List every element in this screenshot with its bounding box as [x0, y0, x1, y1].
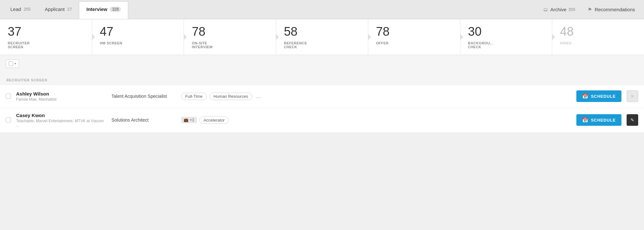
lead-tab-label: Lead — [10, 6, 21, 12]
nav-spacer — [128, 0, 537, 19]
on-site-label: ON-SITEINTERVIEW — [192, 41, 269, 49]
stage-on-site-interview[interactable]: 78 ON-SITEINTERVIEW — [184, 19, 276, 55]
row-checkbox-casey[interactable] — [6, 117, 11, 123]
tag-human-resources[interactable]: Human Resources — [209, 93, 253, 100]
candidate-name-ashley: Ashley Wilson — [16, 91, 106, 97]
schedule-button-ashley[interactable]: 📅 SCHEDULE — [576, 90, 621, 102]
tab-interview[interactable]: Interview 328 — [79, 1, 128, 19]
recruiter-screen-count: 37 — [8, 25, 85, 39]
stage-hm-screen[interactable]: 47 HM SCREEN — [92, 19, 184, 55]
interview-tab-label: Interview — [86, 6, 107, 12]
stages-bar: 37 RECRUITERSCREEN 47 HM SCREEN 78 ON-SI… — [0, 19, 644, 55]
on-site-count: 78 — [192, 25, 269, 39]
interview-tab-count: 328 — [110, 7, 121, 12]
stage-offer[interactable]: 78 OFFER — [368, 19, 460, 55]
stage-hired[interactable]: 48 HIRED — [552, 19, 644, 55]
candidate-info-casey: Casey Kwon Teachable, Marvel Entertainme… — [16, 113, 106, 128]
reference-check-label: REFERENCECHECK — [284, 41, 361, 49]
more-options-ashley[interactable]: ... — [255, 92, 262, 100]
toolbar: ▾ — [0, 55, 644, 72]
calendar-icon-casey: 📅 — [582, 117, 589, 123]
select-all-checkbox[interactable] — [9, 61, 13, 66]
candidate-companies-ashley: Fannie Mae, Manhattist — [16, 97, 106, 102]
candidate-info-ashley: Ashley Wilson Fannie Mae, Manhattist — [16, 91, 106, 102]
recruiter-screen-label: RECRUITERSCREEN — [8, 41, 85, 49]
schedule-button-casey[interactable]: 📅 SCHEDULE — [576, 114, 621, 126]
edit-button-casey[interactable]: ✎ — [627, 114, 638, 126]
schedule-label: SCHEDULE — [591, 94, 616, 99]
tag-full-time[interactable]: Full-Time — [181, 93, 207, 100]
applicant-tab-label: Applicant — [45, 6, 65, 12]
candidate-tags-casey: 💼 +1 Accelerator — [181, 116, 571, 124]
dismiss-icon: ✕ — [630, 94, 634, 99]
candidates-list: Ashley Wilson Fannie Mae, Manhattist Tal… — [0, 85, 644, 132]
tag-accelerator[interactable]: Accelerator — [199, 116, 229, 124]
archive-tab-label: Archive — [550, 7, 566, 12]
tab-applicant[interactable]: Applicant 27 — [38, 0, 79, 19]
offer-label: OFFER — [376, 41, 454, 45]
candidate-name-casey: Casey Kwon — [16, 113, 106, 118]
background-check-label: BACKGROU...CHECK — [468, 41, 546, 49]
recommendations-icon: ⚑ — [587, 7, 593, 13]
tab-recommendations[interactable]: ⚑ Recommendations — [581, 0, 641, 19]
top-navigation: Lead 255 Applicant 27 Interview 328 🗂 Ar… — [0, 0, 644, 19]
stage-background-check[interactable]: 30 BACKGROU...CHECK — [460, 19, 553, 55]
hired-label: HIRED — [560, 41, 638, 45]
tag-more-count: +1 — [190, 118, 194, 122]
table-row: Casey Kwon Teachable, Marvel Entertainme… — [0, 108, 644, 132]
table-row: Ashley Wilson Fannie Mae, Manhattist Tal… — [0, 85, 644, 108]
stage-recruiter-screen[interactable]: 37 RECRUITERSCREEN — [0, 19, 92, 55]
select-all-dropdown[interactable]: ▾ — [6, 60, 19, 68]
edit-icon: ✎ — [630, 117, 634, 123]
stage-reference-check[interactable]: 58 REFERENCECHECK — [276, 19, 368, 55]
calendar-icon: 📅 — [582, 93, 589, 99]
lead-tab-count: 255 — [24, 7, 31, 12]
recommendations-tab-label: Recommendations — [595, 7, 635, 12]
candidate-companies-casey: Teachable, Marvel Entertainment, MTVK at… — [16, 119, 106, 128]
archive-tab-count: 355 — [568, 7, 575, 12]
hired-count: 48 — [560, 25, 638, 39]
candidate-role-ashley: Talent Acquisition Specialist — [111, 94, 176, 99]
hm-screen-label: HM SCREEN — [100, 41, 178, 45]
candidate-tags-ashley: Full-Time Human Resources ... — [181, 92, 571, 100]
row-checkbox-ashley[interactable] — [6, 94, 11, 99]
section-label: RECRUITER SCREEN — [0, 72, 644, 85]
tab-archive[interactable]: 🗂 Archive 355 — [537, 0, 581, 19]
dismiss-button-ashley[interactable]: ✕ — [627, 90, 638, 102]
schedule-label-casey: SCHEDULE — [591, 118, 616, 123]
applicant-tab-count: 27 — [67, 7, 72, 12]
section-label-text: RECRUITER SCREEN — [6, 78, 47, 82]
candidate-role-casey: Solutions Architect — [111, 117, 176, 123]
briefcase-icon: 💼 — [184, 118, 188, 122]
background-check-count: 30 — [468, 25, 546, 39]
tag-more-casey[interactable]: 💼 +1 — [181, 117, 197, 123]
hm-screen-count: 47 — [100, 25, 178, 39]
tab-lead[interactable]: Lead 255 — [3, 0, 38, 19]
archive-icon: 🗂 — [543, 7, 548, 13]
reference-check-count: 58 — [284, 25, 361, 39]
chevron-down-icon: ▾ — [14, 62, 16, 65]
offer-count: 78 — [376, 25, 454, 39]
